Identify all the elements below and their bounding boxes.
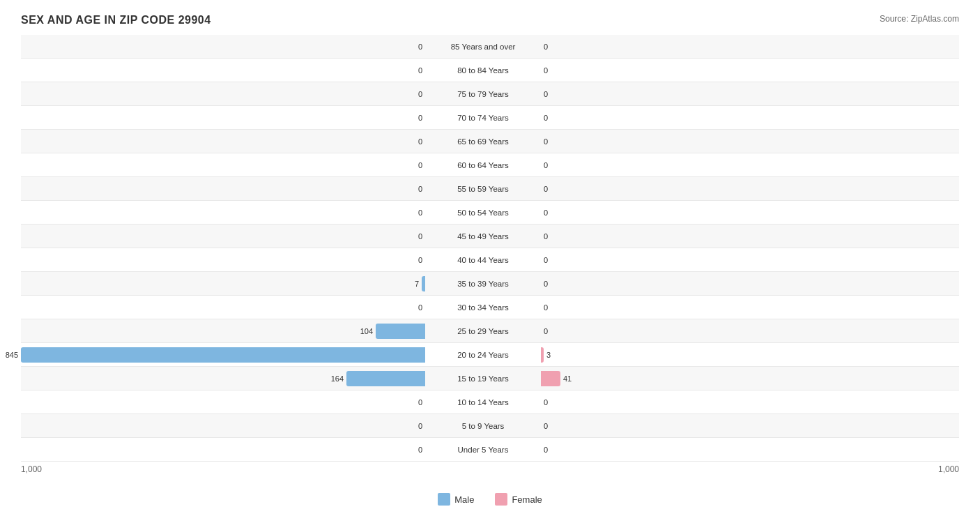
male-value: 0	[418, 66, 422, 75]
left-side: 0	[21, 438, 425, 461]
age-label: 15 to 19 Years	[425, 374, 541, 383]
bar-row: 10425 to 29 Years0	[21, 319, 959, 343]
right-side: 0	[541, 438, 945, 461]
male-value: 0	[418, 446, 422, 454]
female-value: 0	[544, 208, 548, 217]
bar-row: 055 to 59 Years0	[21, 177, 959, 201]
male-value: 7	[415, 280, 419, 288]
right-side: 0	[541, 153, 945, 176]
male-value: 0	[418, 256, 422, 264]
bar-row: 070 to 74 Years0	[21, 106, 959, 130]
male-value: 0	[418, 303, 422, 312]
age-label: Under 5 Years	[425, 446, 541, 454]
female-value: 0	[544, 43, 548, 51]
male-value: 0	[418, 161, 422, 169]
female-value: 0	[544, 137, 548, 146]
left-side: 0	[21, 35, 425, 58]
right-side: 0	[541, 414, 945, 437]
male-value: 104	[360, 327, 373, 335]
right-side: 0	[541, 82, 945, 105]
axis-left-label: 1,000	[21, 464, 435, 474]
legend-female-label: Female	[512, 494, 542, 505]
male-value: 0	[418, 398, 422, 407]
age-label: 40 to 44 Years	[425, 256, 541, 264]
right-side: 0	[541, 390, 945, 413]
bar-row: 84520 to 24 Years3	[21, 343, 959, 367]
female-value: 0	[544, 161, 548, 169]
age-label: 25 to 29 Years	[425, 327, 541, 335]
left-side: 0	[21, 130, 425, 153]
male-value: 0	[418, 114, 422, 122]
left-side: 0	[21, 59, 425, 82]
bar-row: 040 to 44 Years0	[21, 248, 959, 272]
female-value: 0	[544, 446, 548, 454]
axis-row: 1,000 1,000	[21, 464, 959, 474]
right-side: 0	[541, 59, 945, 82]
left-side: 0	[21, 225, 425, 248]
bar-row: 05 to 9 Years0	[21, 414, 959, 438]
legend-male-box	[438, 493, 450, 506]
left-side: 0	[21, 153, 425, 176]
male-bar	[346, 371, 425, 386]
right-side: 0	[541, 225, 945, 248]
bar-row: 080 to 84 Years0	[21, 59, 959, 82]
age-label: 60 to 64 Years	[425, 161, 541, 169]
age-label: 35 to 39 Years	[425, 280, 541, 288]
right-side: 0	[541, 177, 945, 200]
female-bar	[541, 347, 544, 363]
age-label: 5 to 9 Years	[425, 422, 541, 430]
right-side: 41	[541, 367, 945, 390]
right-side: 0	[541, 35, 945, 58]
left-side: 0	[21, 177, 425, 200]
left-side: 0	[21, 248, 425, 271]
female-value: 0	[544, 327, 548, 335]
legend: Male Female	[0, 493, 980, 506]
left-side: 0	[21, 201, 425, 224]
chart-title: SEX AND AGE IN ZIP CODE 29904	[21, 14, 211, 26]
right-side: 0	[541, 272, 945, 295]
left-side: 104	[21, 319, 425, 342]
bar-row: 075 to 79 Years0	[21, 82, 959, 106]
left-side: 0	[21, 296, 425, 319]
bar-row: 085 Years and over0	[21, 35, 959, 59]
bar-row: 735 to 39 Years0	[21, 272, 959, 296]
female-value: 0	[544, 114, 548, 122]
female-value: 0	[544, 303, 548, 312]
legend-male: Male	[438, 493, 474, 506]
left-side: 7	[21, 272, 425, 295]
axis-right-label: 1,000	[545, 464, 959, 474]
age-label: 30 to 34 Years	[425, 303, 541, 312]
age-label: 55 to 59 Years	[425, 185, 541, 193]
female-value: 41	[563, 374, 572, 383]
chart-area: 085 Years and over0080 to 84 Years0075 t…	[21, 35, 959, 462]
left-side: 0	[21, 106, 425, 129]
legend-male-label: Male	[454, 494, 474, 505]
chart-container: SEX AND AGE IN ZIP CODE 29904 Source: Zi…	[0, 0, 980, 516]
male-value: 0	[418, 90, 422, 98]
age-label: 10 to 14 Years	[425, 398, 541, 407]
bar-row: 050 to 54 Years0	[21, 201, 959, 225]
right-side: 0	[541, 319, 945, 342]
legend-female: Female	[495, 493, 542, 506]
male-bar	[376, 324, 425, 339]
male-value: 0	[418, 422, 422, 430]
age-label: 45 to 49 Years	[425, 232, 541, 241]
female-value: 0	[544, 256, 548, 264]
female-value: 0	[544, 66, 548, 75]
left-side: 0	[21, 414, 425, 437]
female-value: 0	[544, 398, 548, 407]
left-side: 0	[21, 390, 425, 413]
left-side: 164	[21, 367, 425, 390]
bar-row: 060 to 64 Years0	[21, 153, 959, 177]
female-value: 0	[544, 422, 548, 430]
bar-row: 045 to 49 Years0	[21, 225, 959, 248]
bar-row: 16415 to 19 Years41	[21, 367, 959, 390]
right-side: 0	[541, 106, 945, 129]
right-side: 0	[541, 130, 945, 153]
legend-female-box	[495, 493, 507, 506]
age-label: 80 to 84 Years	[425, 66, 541, 75]
right-side: 0	[541, 201, 945, 224]
bar-row: 030 to 34 Years0	[21, 296, 959, 319]
right-side: 0	[541, 248, 945, 271]
title-row: SEX AND AGE IN ZIP CODE 29904 Source: Zi…	[21, 14, 959, 26]
